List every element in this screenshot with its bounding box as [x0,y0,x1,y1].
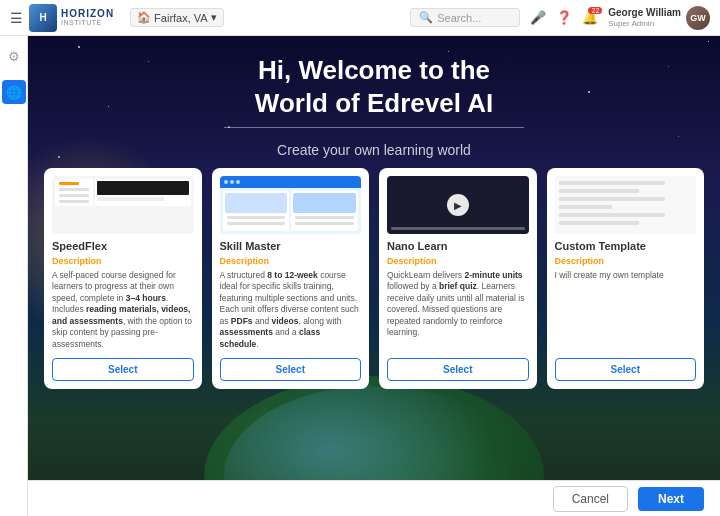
nanolearn-preview: ▶ [387,176,529,234]
hero-section: Hi, Welcome to the World of Edrevel AI C… [28,36,720,158]
location-icon: 🏠 [137,11,151,24]
user-name: George William [608,7,681,19]
navbar: ☰ H HORIZON INSTITUTE 🏠 Fairfax, VA ▾ 🔍 … [0,0,720,36]
logo-sub: INSTITUTE [61,19,114,26]
logo-icon: H [29,4,57,32]
logo-name: HORIZON [61,9,114,19]
nav-right: 🔍 Search... 🎤 ❓ 🔔 22 George William Supe… [410,6,710,30]
cancel-button[interactable]: Cancel [553,486,628,512]
nanolearn-select-button[interactable]: Select [387,358,529,381]
skillmaster-preview [220,176,362,234]
customtemplate-preview [555,176,697,234]
customtemplate-select-button[interactable]: Select [555,358,697,381]
speedflex-description: A self-paced course designed for learner… [52,270,194,350]
next-button[interactable]: Next [638,487,704,511]
speedflex-desc-label: Description [52,256,194,266]
sidebar-globe[interactable]: 🌐 [2,80,26,104]
speedflex-select-button[interactable]: Select [52,358,194,381]
help-icon[interactable]: ❓ [556,10,572,25]
footer: Cancel Next [28,480,720,516]
speedflex-preview [52,176,194,234]
customtemplate-desc-label: Description [555,256,697,266]
search-box[interactable]: 🔍 Search... [410,8,520,27]
nav-left: ☰ H HORIZON INSTITUTE 🏠 Fairfax, VA ▾ [10,4,402,32]
nanolearn-desc-label: Description [387,256,529,266]
microphone-icon[interactable]: 🎤 [530,10,546,25]
search-icon: 🔍 [419,11,433,24]
hero-divider [224,127,524,128]
skillmaster-select-button[interactable]: Select [220,358,362,381]
location-text: Fairfax, VA [154,12,208,24]
avatar: GW [686,6,710,30]
cards-container: SpeedFlex Description A self-paced cours… [28,168,720,389]
skillmaster-title: Skill Master [220,240,362,252]
sidebar-settings[interactable]: ⚙ [2,44,26,68]
customtemplate-card: Custom Template Description I will creat… [547,168,705,389]
chevron-down-icon: ▾ [211,11,217,24]
nanolearn-description: QuickLearn delivers 2-minute units follo… [387,270,529,350]
hero-title: Hi, Welcome to the World of Edrevel AI [28,54,720,119]
skillmaster-card: Skill Master Description A structured 8 … [212,168,370,389]
play-icon: ▶ [447,194,469,216]
user-role: Super Admin [608,19,681,29]
customtemplate-description: I will create my own template [555,270,697,350]
location-selector[interactable]: 🏠 Fairfax, VA ▾ [130,8,224,27]
customtemplate-title: Custom Template [555,240,697,252]
nanolearn-card: ▶ Nano Learn Description QuickLearn deli… [379,168,537,389]
sidebar: ⚙ 🌐 [0,36,28,516]
logo: H HORIZON INSTITUTE [29,4,114,32]
notification-count: 22 [588,7,602,14]
speedflex-card: SpeedFlex Description A self-paced cours… [44,168,202,389]
search-placeholder: Search... [437,12,481,24]
skillmaster-desc-label: Description [220,256,362,266]
nanolearn-title: Nano Learn [387,240,529,252]
hamburger-icon[interactable]: ☰ [10,10,23,26]
speedflex-title: SpeedFlex [52,240,194,252]
hero-subtitle: Create your own learning world [28,142,720,158]
user-profile[interactable]: George William Super Admin GW [608,6,710,30]
main-content: Hi, Welcome to the World of Edrevel AI C… [28,36,720,516]
notifications-icon[interactable]: 🔔 22 [582,10,598,25]
skillmaster-description: A structured 8 to 12-week course ideal f… [220,270,362,350]
